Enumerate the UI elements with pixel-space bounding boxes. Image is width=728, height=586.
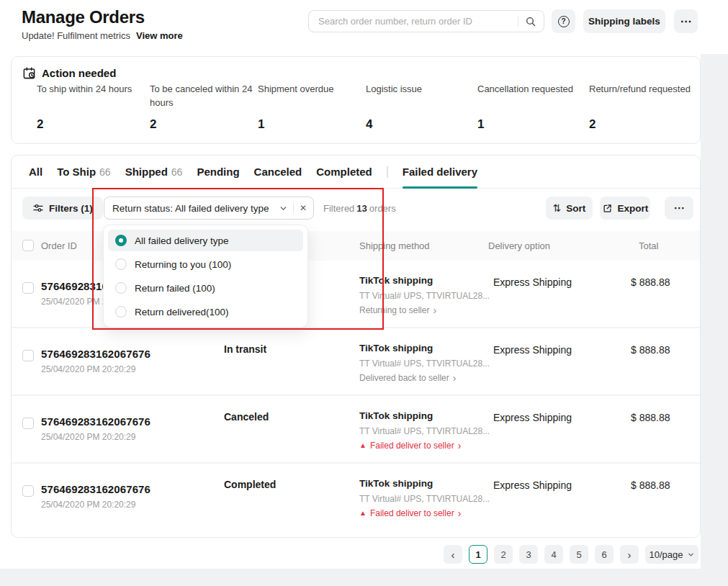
shipping-tracking: TT Virtual# UPS, TTVIRTUAL28...	[359, 494, 490, 504]
page-button-2[interactable]: 2	[494, 545, 513, 564]
chevron-down-icon	[687, 551, 695, 559]
order-date: 25/04/2020 PM 20:20:29	[41, 364, 135, 374]
metric-to-ship-24h[interactable]: To ship within 24 hours 2	[37, 83, 145, 96]
page-button-1[interactable]: 1	[469, 545, 487, 564]
order-id[interactable]: 576469283162067676	[41, 415, 150, 428]
metric-shipment-overdue[interactable]: Shipment overdue 1	[258, 83, 366, 96]
order-row: 576469283162067676 25/04/2020 PM 20:20:2…	[12, 328, 700, 396]
metric-to-be-canceled-24h[interactable]: To be canceled within 24 hours 2	[150, 83, 258, 110]
page-button-4[interactable]: 4	[544, 545, 563, 564]
page-size-value: 10/page	[650, 549, 683, 560]
dropdown-option-return-delivered[interactable]: Return delivered(100)	[108, 301, 303, 323]
fulfilment-update-banner: Update! Fulfilment metricsView more	[22, 30, 183, 41]
metric-label: Shipment overdue	[258, 83, 366, 96]
action-needed-panel: Action needed To ship within 24 hours 2 …	[11, 56, 701, 144]
page-button-6[interactable]: 6	[595, 545, 614, 564]
order-row: 576469283162067676 25/04/2020 PM 20:20:2…	[12, 396, 700, 464]
clear-filter-icon[interactable]: ✕	[300, 203, 307, 213]
view-more-link[interactable]: View more	[136, 30, 183, 41]
radio-icon[interactable]	[115, 258, 127, 270]
search-icon[interactable]	[525, 16, 536, 27]
prev-page-button[interactable]: ‹	[444, 545, 462, 564]
column-header-delivery-option: Delivery option	[488, 240, 550, 251]
export-icon	[602, 203, 613, 214]
export-label: Export	[618, 203, 649, 214]
tab-to-ship[interactable]: To Ship66	[57, 155, 110, 189]
help-button[interactable]: ?	[552, 9, 575, 33]
dropdown-option-return-failed[interactable]: Return failed (100)	[108, 277, 303, 299]
tab-divider	[387, 166, 388, 178]
export-button[interactable]: Export	[600, 197, 650, 220]
subtitle-text: Update! Fulfilment metrics	[22, 30, 130, 41]
tab-pending[interactable]: Pending	[197, 155, 239, 189]
row-checkbox[interactable]	[22, 350, 34, 361]
metric-cancellation-requested[interactable]: Cancellation requested 1	[477, 83, 585, 96]
order-status: Canceled	[224, 411, 269, 423]
delivery-option: Express Shipping	[493, 344, 572, 356]
shipping-status-link[interactable]: ▲ Failed deliver to seller ›	[359, 508, 461, 518]
chevron-down-icon[interactable]	[279, 204, 288, 213]
shipping-status-link[interactable]: ▲ Failed deliver to seller ›	[359, 441, 461, 451]
metric-value: 2	[37, 117, 43, 132]
tab-shipped[interactable]: Shipped66	[125, 155, 183, 189]
shipping-method: TikTok shipping	[359, 410, 433, 421]
radio-selected-icon[interactable]	[115, 235, 127, 246]
toolbar-more-button[interactable]: ⋯	[665, 197, 693, 220]
shipping-tracking: TT Virtual# UPS, TTVIRTUAL28...	[359, 426, 490, 436]
action-needed-header: Action needed	[22, 66, 116, 80]
metric-label: Logistic issue	[366, 83, 474, 96]
page-size-select[interactable]: 10/page	[645, 545, 698, 564]
horizontal-scrollbar-track[interactable]	[0, 569, 728, 586]
filters-button[interactable]: Filters (1)	[22, 197, 103, 220]
orders-panel: All To Ship66 Shipped66 Pending Canceled…	[11, 155, 701, 538]
row-checkbox[interactable]	[22, 282, 34, 294]
return-status-filter-value: Return status: All failed delivery type	[112, 203, 279, 214]
metric-label: Return/refund requested	[589, 83, 697, 96]
tab-count: 66	[99, 166, 111, 178]
action-needed-title: Action needed	[42, 67, 116, 79]
chevron-right-icon: ›	[458, 441, 462, 451]
vertical-scrollbar-track[interactable]	[701, 54, 728, 569]
chevron-right-icon: ›	[458, 508, 462, 518]
page-button-5[interactable]: 5	[570, 545, 588, 564]
order-row: 576469283162067676 25/04/2020 PM 20:20:2…	[12, 464, 700, 531]
dropdown-option-all-failed[interactable]: All failed delivery type	[108, 230, 303, 251]
metric-label: Cancellation requested	[477, 83, 585, 96]
order-id[interactable]: 576469283162067676	[41, 348, 150, 360]
dropdown-option-returning-to-you[interactable]: Returning to you (100)	[108, 253, 303, 275]
metric-label: To be canceled within 24 hours	[150, 83, 258, 110]
sort-icon: ⇅	[553, 202, 562, 214]
metric-return-refund-requested[interactable]: Return/refund requested 2	[589, 83, 697, 96]
radio-icon[interactable]	[115, 306, 127, 317]
sort-button[interactable]: ⇅ Sort	[546, 197, 593, 220]
page-header: Manage Orders Update! Fulfilment metrics…	[0, 0, 701, 54]
tab-canceled[interactable]: Canceled	[254, 155, 302, 189]
metric-value: 1	[258, 117, 264, 132]
radio-icon[interactable]	[115, 282, 127, 294]
shipping-status-link[interactable]: Returning to seller ›	[359, 305, 436, 315]
metric-value: 1	[477, 117, 484, 132]
select-all-checkbox[interactable]	[22, 240, 34, 251]
shipping-labels-button[interactable]: Shipping labels	[583, 9, 665, 33]
page-button-3[interactable]: 3	[519, 545, 538, 564]
metric-label: To ship within 24 hours	[37, 83, 145, 96]
next-page-button[interactable]: ›	[620, 545, 639, 564]
order-search-box[interactable]	[308, 10, 544, 32]
tab-failed-delivery[interactable]: Failed delivery	[403, 155, 477, 189]
return-status-filter-select[interactable]: Return status: All failed delivery type …	[104, 197, 314, 220]
row-checkbox[interactable]	[22, 418, 34, 429]
order-id[interactable]: 576469283162067676	[41, 483, 150, 495]
search-input[interactable]	[318, 16, 513, 27]
order-status: In transit	[224, 343, 266, 355]
ellipsis-icon: ⋯	[674, 202, 685, 215]
tab-all[interactable]: All	[29, 155, 42, 189]
header-more-button[interactable]: ⋯	[674, 9, 698, 33]
metric-logistic-issue[interactable]: Logistic issue 4	[366, 83, 474, 96]
metric-value: 2	[150, 117, 156, 132]
delivery-option: Express Shipping	[493, 276, 572, 288]
tab-completed[interactable]: Completed	[316, 155, 372, 189]
row-checkbox[interactable]	[22, 485, 34, 497]
warning-icon: ▲	[359, 442, 367, 449]
shipping-status-link[interactable]: Delivered back to seller ›	[359, 373, 456, 383]
column-header-total: Total	[639, 240, 658, 251]
